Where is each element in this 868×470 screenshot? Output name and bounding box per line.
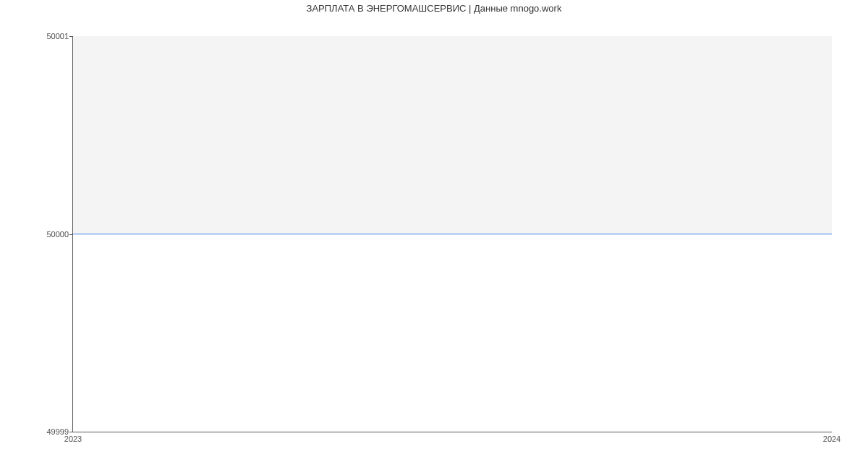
y-axis-tick-label: 50001 [46, 32, 73, 40]
x-axis-tick-label: 2023 [64, 432, 82, 443]
chart-title: ЗАРПЛАТА В ЭНЕРГОМАШСЕРВИС | Данные mnog… [0, 0, 868, 18]
data-line-series [73, 234, 832, 234]
fill-area-below-line [73, 234, 832, 432]
x-axis-tick-label: 2024 [823, 432, 841, 443]
fill-area-above-line [73, 36, 832, 234]
chart-plot-area: 49999 50000 50001 2023 2024 [72, 36, 832, 432]
y-axis-tick-label: 50000 [46, 230, 73, 239]
